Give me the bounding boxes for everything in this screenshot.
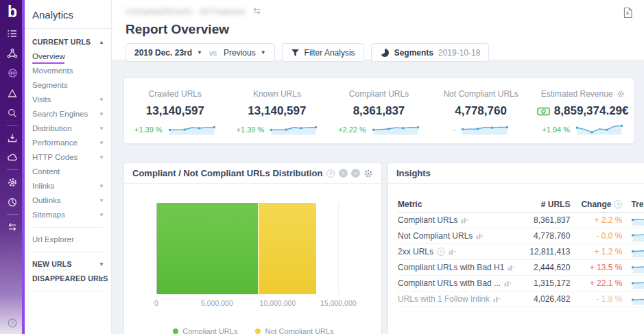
date-compare-control[interactable]: 2019 Dec. 23rd ▼ vs Previous ▼ [126, 43, 275, 62]
axis-tick: 5,000,000 [201, 299, 233, 307]
bar-segment-not-compliant[interactable] [258, 203, 315, 294]
filter-analysis-button[interactable]: Filter Analysis [282, 43, 364, 62]
explore-metric-icon[interactable] [508, 264, 515, 271]
project-name-blurred[interactable]: UnmarkedSmurfs - All Features [126, 7, 245, 16]
chevron-down-icon: ▼ [99, 272, 104, 286]
chevron-down-icon: ▼ [99, 208, 104, 222]
explore-metric-icon[interactable] [449, 248, 456, 255]
insight-row-compliant-bad-h1[interactable]: Compliant URLs with Bad H1 2,444,620 + 1… [398, 260, 644, 276]
help-icon[interactable]: ? [326, 169, 335, 178]
x-axis: 0 5,000,000 10,000,000 15,000,000 [156, 299, 350, 309]
switch-project-icon[interactable] [252, 5, 262, 18]
sidebar-item-search-engines[interactable]: Search Engines▼ [25, 107, 111, 121]
explore-metric-icon[interactable] [476, 232, 484, 239]
analytics-brain-icon[interactable] [0, 63, 25, 83]
sidebar-section-current-urls[interactable]: CURRENT URLS▲ [25, 35, 111, 49]
kpi-sparkline [461, 123, 509, 135]
kpi-sparkline [168, 123, 216, 135]
trend-sparkline [631, 277, 644, 289]
legend-dot-yellow [255, 329, 261, 334]
kpi-change: +1.39 % [134, 126, 163, 134]
segments-button[interactable]: Segments 2019-10-18 [371, 43, 490, 62]
primary-date-dropdown[interactable]: 2019 Dec. 23rd [134, 48, 192, 58]
menu-list-icon[interactable] [0, 23, 25, 43]
app-rail: b ? [0, 0, 25, 334]
sidebar-item-performance[interactable]: Performance▼ [25, 136, 111, 150]
kpi-change: +2.22 % [338, 126, 366, 134]
kpi-change: - [453, 126, 455, 134]
kpi-sparkline [575, 123, 623, 135]
sidebar-title: Analytics [25, 0, 111, 28]
rail-divider [7, 169, 18, 170]
explore-metric-icon[interactable] [461, 217, 468, 224]
chevron-down-icon: ▼ [99, 136, 104, 150]
insight-row-compliant-urls[interactable]: Compliant URLs 8,361,837 + 2.2 % [398, 213, 644, 228]
kpi-known-urls: Known URLs 13,140,597 +1.39 % [226, 87, 329, 143]
distribution-chart-panel: Compliant / Not Compliant URLs Distribut… [123, 163, 382, 334]
settings-gear-icon[interactable] [0, 172, 25, 192]
sidebar-item-content[interactable]: Content [25, 165, 111, 179]
chevron-down-icon: ▼ [99, 150, 104, 165]
chevron-down-icon: ▼ [197, 49, 202, 56]
keywords-search-icon[interactable] [0, 103, 25, 123]
top-header: UnmarkedSmurfs - All Features Report Ove… [112, 0, 644, 60]
insights-header-row: Metric # URLS Change? Trend [398, 197, 644, 213]
export-tray-icon[interactable] [0, 128, 25, 147]
sidebar-item-segments[interactable]: Segments [25, 78, 111, 93]
sidebar-item-overview[interactable]: Overview [25, 49, 111, 64]
trend-sparkline [631, 230, 644, 242]
sidebar-section-new-urls[interactable]: NEW URLS▼ [25, 257, 111, 272]
kpi-crawled-urls: Crawled URLs 13,140,597 +1.39 % [124, 87, 226, 143]
explore-metric-icon[interactable] [493, 296, 501, 302]
revenue-settings-gear-icon[interactable] [617, 90, 625, 98]
sidebar-divider [32, 252, 104, 252]
explore-metric-icon[interactable] [504, 280, 512, 287]
sidebar-item-http-codes[interactable]: HTTP Codes▼ [25, 150, 111, 165]
kpi-change: +1.94 % [542, 126, 570, 134]
kpi-estimated-revenue: Estimated Revenue 8,859,374.29€ +1.94 % [532, 87, 634, 143]
chevron-up-icon: ▲ [99, 35, 104, 49]
compare-date-dropdown[interactable]: Previous [224, 48, 256, 58]
sidebar-section-disappeared-urls[interactable]: DISAPPEARED URLS▼ [25, 272, 111, 286]
botify-logo[interactable]: b [0, 0, 25, 23]
sidebar-item-inlinks[interactable]: Inlinks▼ [25, 179, 111, 193]
chevron-down-icon: ▼ [99, 93, 104, 107]
legend-not-compliant[interactable]: Not Compliant URLs [255, 327, 333, 334]
kpi-sparkline [270, 123, 318, 135]
insights-title: Insights [396, 168, 431, 178]
chevron-down-icon: ▼ [99, 107, 104, 121]
axis-tick: 10,000,000 [260, 299, 296, 307]
insight-row-1-follow-inlink[interactable]: URLs with 1 Follow Inlink 4,026,482 - 1.… [398, 291, 644, 307]
sidebar-item-distribution[interactable]: Distribution▼ [25, 121, 111, 136]
legend-compliant[interactable]: Compliant URLs [173, 327, 237, 334]
insight-row-not-compliant-urls[interactable]: Not Compliant URLs 4,778,760 - 0.0 % [398, 228, 644, 244]
insights-panel: Insights Metric # URLS Change? Trend Com… [387, 163, 644, 334]
sidebar-divider [32, 291, 104, 291]
sidebar-item-sitemaps[interactable]: Sitemaps▼ [25, 208, 111, 222]
sidebar-item-movements[interactable]: Movements [25, 64, 111, 78]
crawler-icon[interactable] [0, 43, 25, 63]
sidebar-item-url-explorer[interactable]: Url Explorer [25, 232, 111, 247]
chart-legend: Compliant URLs Not Compliant URLs [156, 327, 350, 334]
sidebar-item-outlinks[interactable]: Outlinks▼ [25, 193, 111, 208]
info-icon[interactable]: i [339, 169, 348, 178]
logs-prism-icon[interactable] [0, 83, 25, 103]
export-pdf-icon[interactable] [623, 7, 633, 21]
export-image-icon[interactable]: ▪ [351, 169, 360, 178]
insight-row-compliant-bad[interactable]: Compliant URLs with Bad ... 1,315,172 + … [398, 276, 644, 291]
chevron-down-icon: ▼ [261, 49, 266, 56]
bar-segment-compliant[interactable] [157, 203, 258, 294]
sync-arrows-icon[interactable] [0, 217, 25, 237]
help-icon[interactable]: ? [437, 248, 445, 256]
stacked-bar-plot [156, 203, 350, 294]
sidebar-item-visits[interactable]: Visits▼ [25, 93, 111, 107]
kpi-not-compliant-urls: Not Compliant URLs 4,778,760 - [430, 87, 532, 143]
insight-row-2xx-urls[interactable]: 2xx URLs ? 12,811,413 + 1.2 % [398, 244, 644, 260]
trend-sparkline [631, 246, 644, 258]
help-icon[interactable]: ? [614, 200, 622, 208]
kpi-compliant-urls: Compliant URLs 8,361,837 +2.22 % [328, 87, 430, 143]
chart-settings-gear-icon[interactable] [363, 169, 373, 178]
help-icon[interactable]: ? [0, 318, 25, 329]
cloud-icon[interactable] [0, 147, 25, 167]
usage-pie-icon[interactable] [0, 192, 25, 212]
